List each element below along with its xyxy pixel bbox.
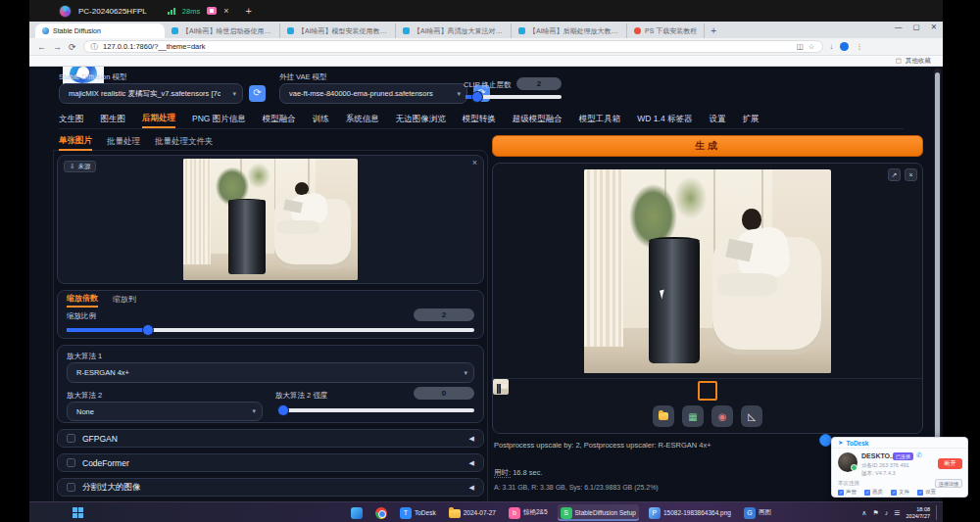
downloads-icon[interactable]: ↓ [830, 42, 834, 51]
quality-badge-icon[interactable] [207, 7, 217, 15]
taskbar-chrome[interactable] [372, 504, 390, 521]
split-oversized-checkbox[interactable] [67, 483, 75, 492]
translate-icon[interactable]: ◫ [797, 42, 804, 51]
tab-wd-tagger[interactable]: WD 1.4 标签器 [637, 114, 692, 127]
tab-train[interactable]: 训练 [313, 114, 329, 127]
toggle-settings[interactable]: ✓设置 [917, 489, 936, 496]
subtab-batch-folder[interactable]: 批量处理文件夹 [155, 136, 214, 150]
send-to-img2img-button[interactable]: ◉ [711, 405, 733, 427]
expand-result-icon[interactable]: ↗ [888, 168, 901, 181]
taskbar-image-file[interactable]: P 15082-1983864364.png [646, 504, 734, 521]
tab-checkpoint-merger[interactable]: 模型融合 [263, 114, 296, 127]
browser-tab[interactable]: 【AI绘画】模型安装使用教程 - 哔哩哔... [280, 24, 396, 38]
todesk-disconnect-button[interactable]: 断开 [938, 458, 962, 469]
clip-skip-value[interactable]: 2 [516, 77, 562, 90]
browser-tab-active[interactable]: Stable Diffusion [35, 24, 165, 38]
tab-super-merger[interactable]: 超级模型融合 [513, 114, 563, 127]
accordion-split-oversized[interactable]: 分割过大的图像 ◀ [57, 478, 484, 497]
tab-model-toolkit[interactable]: 模型工具箱 [579, 114, 621, 127]
clip-skip-slider[interactable] [466, 95, 562, 99]
palette-icon: ◉ [718, 411, 727, 422]
tab-model-converter[interactable]: 模型转换 [463, 114, 496, 127]
reload-icon[interactable]: ⟳ [69, 42, 76, 52]
tab-extensions[interactable]: 扩展 [742, 114, 759, 127]
bookmark-star-icon[interactable]: ☆ [808, 42, 815, 51]
subtab-batch-process[interactable]: 批量处理 [107, 136, 140, 150]
refresh-model-button[interactable]: ⟳ [249, 85, 266, 102]
tray-network-icon[interactable]: ☰ [894, 509, 900, 517]
source-image-dropzone[interactable]: ⇩ 来源 × [57, 155, 484, 284]
upscaler2-strength-slider[interactable] [281, 408, 474, 412]
taskbar-paint[interactable]: G 画图 [741, 504, 774, 521]
send-to-extras-button[interactable]: ◺ [741, 405, 762, 427]
tray-chevron-icon[interactable]: ∧ [861, 509, 866, 517]
gfpgan-checkbox[interactable] [67, 434, 75, 443]
profile-avatar[interactable] [840, 42, 849, 51]
clear-source-image-icon[interactable]: × [472, 158, 477, 167]
toggle-sound[interactable]: ✓声音 [838, 489, 857, 496]
phone-icon[interactable]: ✆ [916, 451, 922, 459]
close-window-button[interactable]: ✕ [931, 23, 937, 31]
task-view-button[interactable] [348, 504, 366, 521]
checkbox-icon: ✓ [864, 490, 870, 496]
tab-scale-to[interactable]: 缩放到 [113, 294, 136, 307]
subtab-single-image[interactable]: 单张图片 [59, 135, 92, 151]
browser-menu-icon[interactable]: ⋮ [856, 42, 863, 51]
scale-ratio-value[interactable]: 2 [414, 308, 474, 321]
tab-infinite-browser[interactable]: 无边图像浏览 [396, 114, 446, 127]
browser-tab[interactable]: 【AI绘画】后期处理放大教程 - 哔哩哔... [512, 24, 627, 38]
tray-speaker-icon[interactable]: ♪ [885, 509, 889, 516]
maximize-button[interactable]: ▢ [913, 23, 920, 31]
taskbar-sd-setup[interactable]: S StableDiffusion Setup [558, 504, 639, 521]
forward-icon[interactable]: → [53, 42, 62, 52]
address-bar[interactable]: ⓘ 127.0.0.1:7860/?__theme=dark ◫ ☆ [83, 40, 823, 53]
remote-session-title: PC-20240625HFPL [78, 7, 147, 16]
tab-settings[interactable]: 设置 [709, 114, 725, 127]
scale-ratio-slider[interactable] [67, 328, 474, 332]
browser-tab[interactable]: 【AI绘画】绘世启动器使用教程 - 哔哩哔... [165, 24, 280, 38]
remote-tab-close-icon[interactable]: × [223, 7, 228, 16]
vae-dropdown[interactable]: vae-ft-mse-840000-ema-pruned.safetensors… [279, 83, 467, 104]
todesk-header: ➤ ToDesk [832, 438, 967, 449]
todesk-plane-icon: ➤ [838, 439, 843, 447]
upscaler1-dropdown[interactable]: R-ESRGAN 4x+ ▾ [67, 362, 474, 383]
upscaler2-strength-value[interactable]: 0 [414, 387, 474, 400]
browser-tab[interactable]: 【AI绘画】高清放大算法对比 - 哔哩哔... [396, 24, 512, 38]
tab-txt2img[interactable]: 文生图 [59, 114, 84, 127]
site-info-icon[interactable]: ⓘ [91, 42, 99, 52]
remote-new-tab-button[interactable]: + [245, 5, 251, 17]
tab-png-info[interactable]: PNG 图片信息 [192, 114, 246, 127]
toggle-file[interactable]: ✓文件 [891, 489, 909, 496]
taskbar-app-pink[interactable]: b 惊艳2&5 [506, 504, 551, 521]
taskbar-todesk[interactable]: T ToDesk [397, 504, 439, 521]
minimize-button[interactable]: — [895, 23, 903, 31]
gallery-thumbnail[interactable] [698, 381, 717, 401]
save-image-button[interactable]: ▦ [682, 405, 704, 427]
browser-new-tab-button[interactable]: + [710, 25, 716, 36]
taskbar-folder[interactable]: 2024-07-27 [446, 504, 499, 521]
scale-tabs: 缩放倍数 缩放到 [67, 293, 136, 308]
codeformer-checkbox[interactable] [67, 458, 75, 467]
result-image[interactable] [584, 169, 831, 373]
tab-system-info[interactable]: 系统信息 [346, 114, 379, 127]
tray-flag-icon[interactable]: ⚑ [872, 509, 878, 517]
toggle-quality[interactable]: ✓画质 [864, 489, 883, 496]
page-scrollbar[interactable] [934, 69, 941, 499]
tab-extras[interactable]: 后期处理 [142, 113, 175, 128]
back-icon[interactable]: ← [37, 42, 46, 52]
browser-tab[interactable]: PS 下载安装教程 [627, 24, 705, 38]
start-button[interactable] [73, 507, 83, 518]
upscaler2-dropdown[interactable]: None ▾ [67, 402, 263, 421]
tab-img2img[interactable]: 图生图 [101, 114, 126, 127]
accordion-codeformer[interactable]: CodeFormer ◀ [57, 453, 484, 472]
close-result-icon[interactable]: × [905, 168, 917, 181]
other-bookmarks-button[interactable]: 其他收藏 [906, 57, 931, 66]
notification-center-button[interactable] [936, 505, 939, 520]
open-folder-button[interactable] [653, 405, 674, 427]
accordion-gfpgan[interactable]: GFPGAN ◀ [57, 429, 484, 448]
todesk-detail-button[interactable]: 连接详情 [935, 479, 962, 488]
tab-scale-by[interactable]: 缩放倍数 [67, 293, 98, 308]
taskbar-clock[interactable]: 18:08 2024/7/27 [906, 506, 930, 519]
generate-button[interactable]: 生成 [492, 135, 923, 157]
sd-model-dropdown[interactable]: majicMIX realistic 麦橘写实_v7.safetensors [… [59, 83, 243, 104]
